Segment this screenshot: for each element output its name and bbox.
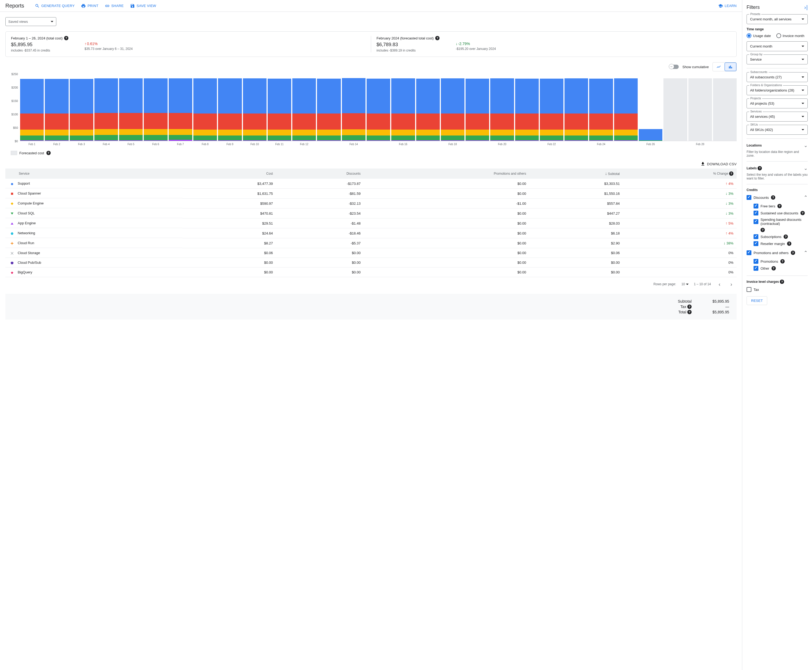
bar-col[interactable]	[366, 74, 390, 141]
bar-col[interactable]	[70, 74, 93, 141]
tax-checkbox[interactable]: Tax	[746, 286, 808, 293]
bar-col[interactable]	[317, 74, 341, 141]
group-by-dropdown[interactable]: Group by Service	[746, 54, 808, 64]
cumulative-toggle[interactable]: –	[670, 65, 679, 69]
bar-col[interactable]	[391, 74, 415, 141]
bar-col[interactable]	[218, 74, 241, 141]
help-icon[interactable]: ?	[771, 195, 775, 200]
other-checkbox[interactable]: Other?	[746, 265, 808, 272]
help-icon[interactable]: ?	[761, 228, 765, 232]
help-icon[interactable]: ?	[729, 171, 733, 176]
help-icon[interactable]: ?	[771, 266, 776, 271]
help-icon[interactable]: ?	[687, 305, 692, 309]
help-icon[interactable]: ?	[435, 36, 439, 40]
bar-col[interactable]	[564, 74, 588, 141]
series-marker	[11, 271, 14, 273]
table-row[interactable]: Networking$24.64-$18.46$0.00$6.18↑ 4%	[5, 228, 737, 238]
bar-col[interactable]	[441, 74, 464, 141]
download-csv-button[interactable]: DOWNLOAD CSV	[701, 162, 737, 166]
help-icon[interactable]: ?	[787, 242, 791, 246]
save-view-button[interactable]: SAVE VIEW	[130, 3, 156, 8]
services-dropdown[interactable]: Services All services (45)	[746, 112, 808, 122]
help-icon[interactable]: ?	[791, 250, 795, 255]
share-button[interactable]: SHARE	[105, 3, 123, 8]
bar-col[interactable]	[20, 74, 44, 141]
help-icon[interactable]: ?	[800, 211, 805, 215]
invoice-month-radio[interactable]: Invoice month	[777, 33, 805, 38]
help-icon[interactable]: ?	[758, 166, 762, 170]
svg-rect-4	[11, 193, 13, 195]
bar-col[interactable]	[614, 74, 638, 141]
table-row[interactable]: Cloud Spanner$1,631.75-$81.59$0.00$1,550…	[5, 189, 737, 198]
next-page-button[interactable]: ›	[728, 281, 734, 288]
help-icon[interactable]: ?	[46, 151, 51, 155]
free-tiers-checkbox[interactable]: Free tiers?	[746, 203, 808, 210]
sustained-checkbox[interactable]: Sustained use discounts?	[746, 210, 808, 217]
promotions-expand[interactable]: Promotions and others ? ⌃	[746, 249, 808, 256]
reset-button[interactable]: RESET	[746, 296, 767, 305]
bar-col[interactable]	[490, 74, 514, 141]
presets-dropdown[interactable]: Presets Current month, all services	[746, 14, 808, 24]
help-icon[interactable]: ?	[783, 235, 788, 239]
bar-col[interactable]	[466, 74, 489, 141]
bar-col[interactable]	[540, 74, 564, 141]
rows-per-page-select[interactable]: 10	[681, 282, 689, 286]
table-row[interactable]: BigQuery$0.00$0.00$0.00$0.000%	[5, 267, 737, 277]
help-icon[interactable]: ?	[64, 36, 68, 40]
table-row[interactable]: App Engine$29.51-$1.48$0.00$28.03↑ 5%	[5, 218, 737, 228]
bar-col[interactable]	[689, 74, 712, 141]
bar-col[interactable]	[713, 74, 737, 141]
skus-dropdown[interactable]: SKUs All SKUs (402)	[746, 125, 808, 135]
promotions-checkbox[interactable]: Promotions?	[746, 258, 808, 265]
help-icon[interactable]: ?	[780, 279, 784, 284]
table-row[interactable]: Cloud Storage$0.06$0.00$0.00$0.060%	[5, 248, 737, 258]
help-icon[interactable]: ?	[780, 259, 785, 264]
bar-col[interactable]	[169, 74, 192, 141]
credits-label: Credits	[746, 188, 808, 192]
usage-date-radio[interactable]: Usage date	[746, 33, 771, 38]
series-marker	[11, 222, 14, 224]
line-chart-button[interactable]	[713, 63, 724, 71]
bar-col[interactable]	[515, 74, 539, 141]
time-range-dropdown[interactable]: Current month	[746, 41, 808, 51]
bar-col[interactable]	[663, 74, 687, 141]
bar-col[interactable]	[342, 74, 366, 141]
bar-col[interactable]	[119, 74, 143, 141]
table-row[interactable]: Support$3,477.39-$173.87$0.00$3,303.51↑ …	[5, 179, 737, 189]
bar-col[interactable]	[589, 74, 613, 141]
minus-icon: –	[669, 64, 674, 69]
table-row[interactable]: Cloud Pub/Sub$0.00$0.00$0.00$0.000%	[5, 258, 737, 267]
subscriptions-checkbox[interactable]: Subscriptions?	[746, 233, 808, 240]
locations-expand[interactable]: Locations ⌄	[746, 142, 808, 148]
bar-col[interactable]	[268, 74, 291, 141]
bar-col[interactable]	[193, 74, 217, 141]
projects-dropdown[interactable]: Projects All projects (53)	[746, 98, 808, 108]
bar-col[interactable]	[639, 74, 662, 141]
table-row[interactable]: Cloud SQL$470.81-$23.54$0.00$447.27↓ 3%	[5, 208, 737, 218]
help-icon[interactable]: ?	[777, 204, 782, 208]
bar-chart-button[interactable]	[724, 63, 736, 71]
table-row[interactable]: Compute Engine$590.97-$32.13-$1.00$557.8…	[5, 198, 737, 208]
table-row[interactable]: Cloud Run$8.27-$5.37$0.00$2.90↓ 38%	[5, 238, 737, 248]
bar-col[interactable]	[95, 74, 118, 141]
prev-page-button[interactable]: ‹	[716, 281, 723, 288]
download-icon	[701, 162, 705, 166]
collapse-panel-button[interactable]: › |	[804, 4, 808, 10]
discounts-expand[interactable]: Discounts ? ⌃	[746, 194, 808, 201]
learn-button[interactable]: LEARN	[718, 3, 737, 8]
bar-col[interactable]	[292, 74, 316, 141]
print-button[interactable]: PRINT	[81, 3, 98, 8]
labels-expand[interactable]: Labels ? ⌄	[746, 165, 808, 171]
spending-checkbox[interactable]: Spending based discounts (contractual)	[746, 217, 808, 227]
bar-col[interactable]	[45, 74, 68, 141]
bar-col[interactable]	[243, 74, 267, 141]
generate-query-button[interactable]: GENERATE QUERY	[35, 3, 74, 8]
reseller-checkbox[interactable]: Reseller margin?	[746, 240, 808, 247]
bar-col[interactable]	[144, 74, 167, 141]
help-icon[interactable]: ?	[687, 310, 692, 314]
saved-views-dropdown[interactable]: Saved views	[5, 17, 56, 26]
subaccounts-dropdown[interactable]: Subaccounts All subaccounts (27)	[746, 72, 808, 82]
bar-col[interactable]	[416, 74, 440, 141]
folders-dropdown[interactable]: Folders & Organizations All folders/orga…	[746, 85, 808, 95]
svg-marker-6	[11, 213, 14, 215]
